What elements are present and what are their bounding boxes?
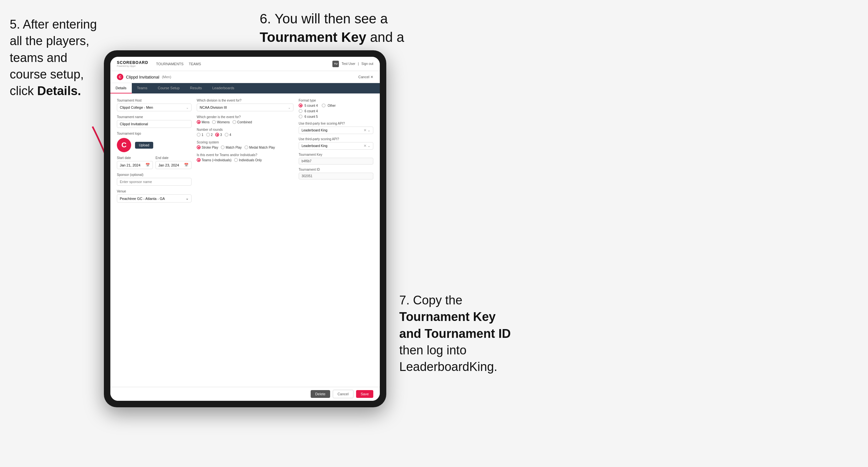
brand-name: SCOREBOARD [117, 60, 148, 65]
round-2-dot [206, 133, 210, 136]
start-date-input[interactable]: Jan 21, 2024 📅 [117, 161, 153, 169]
scoring-medal[interactable]: Medal Match Play [244, 145, 275, 149]
sign-out-link[interactable]: Sign out [361, 62, 373, 66]
division-input[interactable]: NCAA Division III ⌄ [197, 103, 293, 111]
tab-leaderboards[interactable]: Leaderboards [207, 83, 240, 93]
venue-label: Venue [117, 189, 191, 193]
teams-radio-group: Teams (+Individuals) Individuals Only [197, 158, 293, 162]
venue-group: Venue Peachtree GC - Atlanta - GA ⌄ [117, 189, 191, 203]
delete-button[interactable]: Delete [311, 390, 330, 398]
gender-mens[interactable]: Mens [197, 120, 209, 124]
scoring-radio-group: Stroke Play Match Play Medal Match Play [197, 145, 293, 149]
sponsor-input[interactable] [117, 178, 191, 186]
cancel-button[interactable]: Cancel ✕ [359, 75, 373, 79]
live-scoring-1-input[interactable]: Leaderboard King ✕ ⌄ [299, 127, 373, 134]
format-other[interactable]: Other [322, 103, 336, 107]
end-date-input[interactable]: Jan 23, 2024 📅 [155, 161, 191, 169]
gender-radio-group: Mens Womens Combined [197, 120, 293, 124]
scoreboard-logo: SCOREBOARD Powered by clippd [117, 60, 148, 67]
tournament-name-input[interactable]: Clippd Invitational [117, 120, 191, 128]
radio-womens-dot [212, 120, 216, 124]
medal-dot [244, 145, 248, 149]
tournament-key-label: Tournament Key [299, 153, 373, 156]
tournament-key-group: Tournament Key b4f6b7 [299, 153, 373, 164]
live-scoring-2-input[interactable]: Leaderboard King ✕ ⌄ [299, 142, 373, 150]
nav-tournaments[interactable]: TOURNAMENTS [156, 62, 184, 66]
calendar-icon: 📅 [146, 163, 150, 167]
scoring-match[interactable]: Match Play [221, 145, 242, 149]
gender-label: Which gender is the event for? [197, 115, 293, 119]
format-6c5[interactable]: 6 count 5 [299, 115, 318, 119]
tab-details[interactable]: Details [111, 83, 132, 93]
format-6c5-dot [299, 115, 303, 119]
round-3[interactable]: 3 [215, 133, 222, 136]
date-row: Start date Jan 21, 2024 📅 End date Jan 2… [117, 156, 191, 169]
col-left: Tournament Host Clippd College - Men ⌄ T… [117, 99, 191, 382]
nav-teams[interactable]: TEAMS [189, 62, 201, 66]
venue-input[interactable]: Peachtree GC - Atlanta - GA ⌄ [117, 194, 191, 203]
dropdown-arrow: ⌄ [186, 106, 189, 110]
rounds-row: 1 2 3 4 [197, 133, 293, 136]
venue-dropdown-arrow: ⌄ [186, 196, 189, 200]
format-label: Format type [299, 99, 373, 102]
annotation-bottom-right: 7. Copy the Tournament Key and Tournamen… [399, 292, 536, 375]
format-6c4[interactable]: 6 count 4 [299, 109, 318, 113]
tab-results[interactable]: Results [185, 83, 207, 93]
round-4[interactable]: 4 [225, 133, 231, 136]
footer-cancel-button[interactable]: Cancel [333, 390, 353, 398]
tab-teams[interactable]: Teams [132, 83, 153, 93]
sign-out-separator: | [358, 62, 359, 66]
round-4-dot [225, 133, 228, 136]
format-5c4[interactable]: 5 count 4 [299, 103, 318, 107]
tablet: SCOREBOARD Powered by clippd TOURNAMENTS… [104, 50, 386, 407]
gender-womens[interactable]: Womens [212, 120, 229, 124]
format-6c4-dot [299, 109, 303, 113]
round-1[interactable]: 1 [197, 133, 204, 136]
tournament-host-group: Tournament Host Clippd College - Men ⌄ [117, 99, 191, 111]
scoring-stroke[interactable]: Stroke Play [197, 145, 218, 149]
clear-live-scoring-1[interactable]: ✕ ⌄ [364, 128, 370, 132]
gender-combined[interactable]: Combined [232, 120, 252, 124]
teams-plus-individuals[interactable]: Teams (+Individuals) [197, 158, 231, 162]
live-scoring-2-label: Use third-party scoring API? [299, 137, 373, 141]
teams-group: Is this event for Teams and/or Individua… [197, 153, 293, 162]
stroke-dot [197, 145, 200, 149]
radio-mens-dot [197, 120, 200, 124]
end-date-field: End date Jan 23, 2024 📅 [155, 156, 191, 169]
tab-course-setup[interactable]: Course Setup [153, 83, 185, 93]
individuals-only[interactable]: Individuals Only [234, 158, 262, 162]
tournament-subtitle: (Men) [162, 75, 172, 79]
save-button[interactable]: Save [356, 390, 373, 398]
start-date-field: Start date Jan 21, 2024 📅 [117, 156, 153, 169]
main-content: Tournament Host Clippd College - Men ⌄ T… [111, 93, 380, 387]
gender-group: Which gender is the event for? Mens Wome… [197, 115, 293, 124]
logo-upload-area: C Upload [117, 138, 191, 152]
tournament-logo-icon: C [117, 74, 123, 80]
round-3-dot [215, 133, 219, 136]
round-2[interactable]: 2 [206, 133, 213, 136]
sponsor-label: Sponsor (optional) [117, 173, 191, 177]
format-group: Format type 5 count 4 6 count 4 [299, 99, 373, 119]
tournament-name: Clippd Invitational [126, 75, 159, 80]
upload-button[interactable]: Upload [135, 142, 153, 149]
live-scoring-1-group: Use third-party live scoring API? Leader… [299, 122, 373, 134]
col-right: Format type 5 count 4 6 count 4 [299, 99, 373, 382]
round-1-dot [197, 133, 200, 136]
tournament-title: C Clippd Invitational (Men) [117, 74, 171, 80]
tournament-logo-group: Tournament logo C Upload [117, 132, 191, 152]
individuals-dot [234, 158, 238, 162]
tournament-id-label: Tournament ID [299, 168, 373, 172]
brand-sub: Powered by clippd [117, 65, 148, 67]
tab-bar: Details Teams Course Setup Results Leade… [111, 83, 380, 93]
clear-live-scoring-2[interactable]: ✕ ⌄ [364, 144, 370, 148]
header-right: TU Test User | Sign out [332, 61, 373, 67]
tournament-host-input[interactable]: Clippd College - Men ⌄ [117, 103, 191, 111]
nav-links: TOURNAMENTS TEAMS [156, 62, 325, 66]
radio-combined-dot [232, 120, 236, 124]
teams-label: Is this event for Teams and/or Individua… [197, 153, 293, 157]
match-dot [221, 145, 225, 149]
col-middle: Which division is the event for? NCAA Di… [197, 99, 293, 382]
tournament-id-value: 302051 [299, 173, 373, 180]
footer: Delete Cancel Save [111, 387, 380, 401]
start-date-label: Start date [117, 156, 153, 160]
